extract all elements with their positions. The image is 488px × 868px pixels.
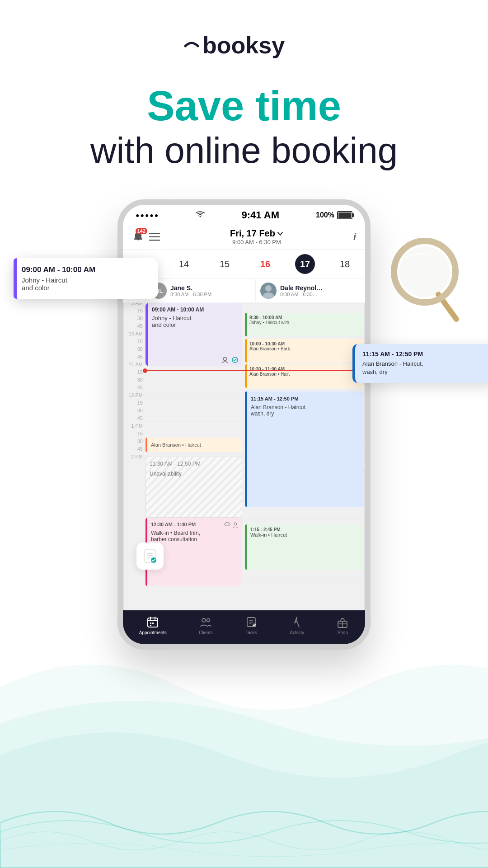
label-11am: 11 AM	[123, 362, 143, 367]
headline-bold: Save time	[90, 83, 398, 129]
date-15[interactable]: 15	[214, 259, 235, 269]
appt-johny-name: Johny - Haircutand color	[152, 315, 239, 328]
svg-point-7	[223, 357, 227, 361]
bottom-nav: Appointments Clients	[123, 610, 365, 644]
time-marker-line	[147, 370, 365, 371]
notification-bell[interactable]: 142	[132, 231, 145, 243]
label-12-15: 15	[123, 400, 143, 406]
appt-walkin-name: Walk-in • Beard trim,barber consultation	[151, 530, 239, 542]
svg-rect-21	[150, 625, 151, 626]
headline-sub: with online booking	[90, 130, 398, 170]
label-9-45: 45	[123, 323, 143, 329]
popup-main-time: 09:00 AM - 10:00 AM	[22, 265, 150, 274]
date-17[interactable]: 17	[295, 254, 315, 274]
staff-name-1: Jane S.	[170, 284, 211, 292]
label-11-30: 30	[123, 377, 143, 382]
appt-johny2-time: 9:30 - 10:00 AM	[249, 315, 361, 320]
appt-walkin-icons	[224, 522, 239, 528]
unavail-time: 11:30 AM - 12:50 PM	[146, 457, 242, 471]
headline-container: Save time with online booking	[90, 83, 398, 172]
popup-blue-card: 11:15 AM - 12:50 PM Alan Branson - Hairc…	[352, 344, 488, 382]
appt-walkin-time: 12:30 AM - 1:40 PM	[151, 522, 196, 527]
appt-alan-barb[interactable]: 10:00 - 10:30 AM Alan Branson • Barb.	[245, 339, 364, 363]
unavailability-block: 11:30 AM - 12:50 PM Unavailability	[145, 457, 242, 518]
staff-hours-2: 8:30 AM - 6:30…	[280, 292, 323, 297]
svg-point-6	[263, 292, 274, 299]
status-time: 9:41 AM	[241, 209, 279, 221]
nav-tasks-label: Tasks	[245, 630, 257, 635]
unavail-label: Unavailability	[146, 471, 242, 477]
appt-alan-haircut[interactable]: Alan Branson • Haircut	[145, 438, 242, 452]
nav-appointments[interactable]: Appointments	[139, 616, 167, 635]
svg-point-9	[234, 523, 237, 525]
calendar-grid: 9 AM 15 30 45 10 AM 15 30 45 11 AM 15 30…	[123, 303, 365, 610]
booksy-logo: booksy	[172, 27, 316, 63]
nav-activity-label: Activity	[290, 630, 304, 635]
staff-avatar-2	[260, 283, 277, 299]
header-time-range: 9:00 AM - 6:30 PM	[230, 239, 283, 245]
svg-text:booksy: booksy	[202, 32, 285, 58]
label-11-45: 45	[123, 385, 143, 390]
label-12-45: 45	[123, 415, 143, 421]
appt-walkin-haircut-time: 1:15 - 2:45 PM	[250, 527, 361, 532]
nav-clients[interactable]: Clients	[199, 616, 213, 635]
appt-johny-haircut2[interactable]: 9:30 - 10:00 AM Johny • Haircut with.	[245, 313, 364, 336]
nav-shop[interactable]: Shop	[336, 616, 349, 635]
appt-alan-text: Alan Branson • Haircut	[151, 442, 201, 448]
label-10-15: 15	[123, 339, 143, 344]
wifi-icon	[196, 211, 205, 220]
label-12-30: 30	[123, 408, 143, 413]
appt-icons	[221, 356, 239, 363]
time-marker-dot	[143, 368, 147, 373]
staff-hours-1: 8:30 AM - 6:30 PM	[170, 292, 211, 297]
appt-johny2-name: Johny • Haircut with.	[249, 320, 361, 325]
label-10-30: 30	[123, 346, 143, 352]
checklist-float-icon[interactable]	[136, 542, 164, 570]
appt-alan-haircut-wash[interactable]: 11:15 AM - 12:50 PM Alan Branson - Hairc…	[245, 392, 364, 507]
popup-blue-time: 11:15 AM - 12:50 PM	[362, 350, 488, 358]
label-1-15: 15	[123, 431, 143, 436]
magnifier-decoration	[389, 236, 461, 328]
battery-area: 100%	[316, 211, 352, 219]
header-date-area[interactable]: Fri, 17 Feb 9:00 AM - 6:30 PM	[230, 228, 283, 245]
svg-rect-3	[149, 236, 160, 238]
appt-alan-wash-name: Alan Branson - Haircut,wash, dry	[251, 404, 361, 417]
current-time-marker	[123, 368, 365, 373]
battery-fill	[338, 212, 351, 218]
info-icon[interactable]: i	[353, 231, 356, 243]
appt-walkin-haircut[interactable]: 1:15 - 2:45 PM Walk-in • Haircut	[245, 524, 364, 570]
svg-point-1	[200, 216, 201, 217]
signal-dots: ●●●●●	[136, 212, 159, 219]
battery-icon	[337, 211, 352, 219]
svg-point-23	[207, 619, 210, 622]
appt-walkin-haircut-name: Walk-in • Haircut	[250, 532, 361, 538]
label-1pm: 1 PM	[123, 423, 143, 429]
appt-johny-color[interactable]: 09:00 AM - 10:00 AM Johny - Haircutand c…	[145, 303, 242, 366]
nav-appointments-label: Appointments	[139, 630, 167, 635]
appt-alan-hair[interactable]: 10:30 - 11:00 AM Alan Branson • Hair.	[245, 364, 364, 388]
date-strip: 13 14 15 16 17 18	[123, 250, 365, 279]
svg-rect-2	[149, 233, 160, 234]
staff-col-2: Dale Reynol… 8:30 AM - 6:30…	[255, 279, 365, 302]
header-date: Fri, 17 Feb	[230, 228, 283, 239]
date-18[interactable]: 18	[334, 259, 356, 269]
svg-rect-4	[149, 240, 160, 241]
popup-blue-name: Alan Branson - Haircut,wash, dry	[362, 360, 488, 376]
label-12pm: 12 PM	[123, 392, 143, 398]
date-16[interactable]: 16	[254, 259, 276, 269]
app-header: 142 Fri, 17 Feb 9:00 AM - 6	[123, 224, 365, 250]
nav-activity[interactable]: Activity	[290, 616, 304, 635]
menu-icon[interactable]	[149, 233, 160, 241]
popup-main-name: Johny - Haircutand color	[22, 276, 150, 292]
staff-row: ML Jane S. 8:30 AM - 6:30 PM Dale Reynol…	[123, 279, 365, 303]
date-14[interactable]: 14	[173, 259, 195, 269]
label-1-30: 30	[123, 439, 143, 444]
staff-name-2: Dale Reynol…	[280, 284, 323, 292]
battery-pct: 100%	[316, 211, 334, 219]
staff-col-1: ML Jane S. 8:30 AM - 6:30 PM	[145, 279, 255, 302]
notification-badge: 142	[136, 228, 147, 234]
popup-bar-left	[14, 258, 17, 299]
appt-left-bar	[145, 303, 148, 366]
appt-alan-wash-time: 11:15 AM - 12:50 PM	[251, 396, 361, 401]
nav-tasks[interactable]: Tasks	[245, 616, 258, 635]
